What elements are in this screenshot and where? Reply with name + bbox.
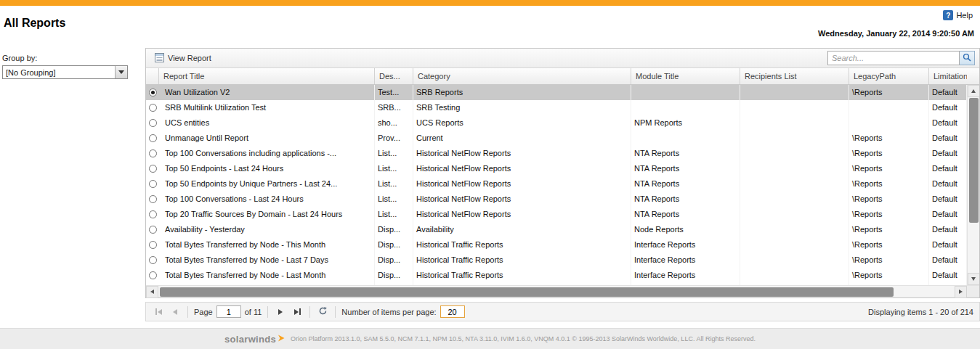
table-row[interactable]: Top 100 Conversations including applicat… [146, 146, 967, 161]
scroll-up-icon[interactable] [968, 85, 980, 97]
scroll-right-icon[interactable] [955, 286, 967, 298]
cell-module-title: Interface Reports [631, 268, 740, 283]
row-radio-button[interactable] [149, 226, 157, 234]
header-description[interactable]: Des... [375, 68, 413, 84]
cell-module-title: NTA Reports [631, 176, 740, 192]
row-radio-button[interactable] [149, 195, 157, 203]
help-icon: ? [943, 10, 953, 20]
cell-report-title: Unmanage Until Report [159, 131, 375, 146]
table-row[interactable]: Top 100 Conversations - Last 24 Hours Li… [146, 192, 967, 207]
header-limitation[interactable]: Limitation [929, 68, 967, 84]
cell-module-title: Interface Reports [631, 237, 740, 252]
horizontal-scrollbar[interactable] [146, 286, 967, 297]
vertical-scrollbar[interactable] [967, 85, 979, 285]
grid-header: Report Title Des... Category Module Titl… [146, 68, 979, 85]
cell-module-title: NTA Reports [631, 192, 740, 207]
grid-body: Wan Utilization V2 Test... SRB Reports \… [146, 85, 979, 285]
cell-legacy-path: \Reports [849, 85, 929, 100]
help-button[interactable]: ? Help [943, 10, 973, 20]
row-radio-button[interactable] [149, 210, 157, 218]
row-radio-button[interactable] [149, 119, 157, 127]
cell-report-title: SRB Multilink Utilization Test [159, 100, 375, 115]
header-recipients-list[interactable]: Recipients List [740, 68, 849, 84]
row-radio-button[interactable] [149, 149, 157, 157]
group-by-select[interactable]: [No Grouping] [2, 65, 128, 79]
row-radio-button[interactable] [149, 256, 157, 264]
pager-next-button[interactable] [274, 305, 287, 319]
cell-limitation: Default [929, 131, 967, 146]
report-table-body: Wan Utilization V2 Test... SRB Reports \… [146, 85, 967, 285]
cell-limitation: Default [929, 176, 967, 192]
table-row[interactable]: SRB Multilink Utilization Test SRB... SR… [146, 100, 967, 115]
cell-recipients-list [740, 146, 849, 161]
table-row[interactable]: Unmanage Until Report Prov... Current \R… [146, 131, 967, 146]
header-filler [967, 68, 979, 84]
cell-category: Historical NetFlow Reports [413, 207, 631, 222]
cell-limitation: Default [929, 85, 967, 100]
cell-legacy-path [849, 115, 929, 131]
horizontal-scrollbar-thumb[interactable] [160, 287, 894, 297]
pager-bar: Page of 11 Number of items per page: Dis… [145, 302, 980, 321]
cell-module-title: NTA Reports [631, 161, 740, 176]
header-legacy-path[interactable]: LegacyPath [849, 68, 929, 84]
pager-separator [335, 306, 336, 318]
dropdown-arrow-icon[interactable] [115, 66, 127, 78]
page-datetime: Wednesday, January 22, 2014 9:20:50 AM [818, 29, 974, 38]
cell-legacy-path: \Reports [849, 237, 929, 252]
solarwinds-logo-mark-icon [277, 334, 286, 344]
cell-module-title [631, 85, 740, 100]
row-radio-button[interactable] [149, 165, 157, 173]
cell-report-title: Top 100 Conversations including applicat… [159, 146, 375, 161]
cell-report-title: Top 50 Endpoints - Last 24 Hours [159, 161, 375, 176]
cell-description: Disp... [375, 268, 413, 283]
header-report-title[interactable]: Report Title [159, 68, 375, 84]
cell-recipients-list [740, 252, 849, 268]
cell-recipients-list [740, 192, 849, 207]
scroll-down-icon[interactable] [968, 273, 980, 285]
row-radio-button[interactable] [149, 134, 157, 142]
page-input[interactable] [216, 305, 241, 318]
table-row[interactable]: Wan Utilization V2 Test... SRB Reports \… [146, 85, 967, 100]
page-label: Page [194, 308, 213, 316]
pager-prev-button[interactable] [169, 305, 182, 319]
scroll-left-icon[interactable] [146, 286, 158, 298]
cell-description: List... [375, 192, 413, 207]
cell-limitation: Default [929, 146, 967, 161]
table-row[interactable]: Total Bytes Transferred by Node - This M… [146, 237, 967, 252]
cell-report-title: Total Bytes Transferred by Node - Last 7… [159, 252, 375, 268]
vertical-scrollbar-thumb[interactable] [969, 98, 979, 223]
table-row[interactable]: Total Bytes Transferred by Node - Last M… [146, 268, 967, 283]
header-category[interactable]: Category [413, 68, 631, 84]
header-radio-column [146, 68, 159, 84]
cell-category: Historical NetFlow Reports [413, 146, 631, 161]
table-row[interactable]: Total Bytes Transferred by Node - Last 7… [146, 252, 967, 268]
cell-category: Historical NetFlow Reports [413, 176, 631, 192]
pager-first-button[interactable] [152, 305, 165, 319]
cell-module-title: NTA Reports [631, 207, 740, 222]
cell-description: Disp... [375, 222, 413, 237]
header-module-title[interactable]: Module Title [631, 68, 740, 84]
table-row[interactable]: Top 50 Endpoints - Last 24 Hours List...… [146, 161, 967, 176]
footer-copyright-text: Orion Platform 2013.1.0, SAM 5.5.0, NCM … [291, 335, 756, 342]
view-report-button[interactable]: View Report [150, 52, 216, 65]
row-radio-button[interactable] [149, 180, 157, 188]
pager-separator [267, 306, 268, 318]
grid-toolbar: View Report [146, 49, 979, 68]
row-radio-button[interactable] [149, 271, 157, 279]
row-radio-button[interactable] [149, 104, 157, 112]
row-radio-button[interactable] [149, 241, 157, 249]
search-input[interactable] [827, 51, 960, 65]
pager-last-button[interactable] [291, 305, 304, 319]
table-row[interactable]: Top 20 Traffic Sources By Domain - Last … [146, 207, 967, 222]
refresh-button[interactable] [316, 305, 329, 319]
cell-recipients-list [740, 100, 849, 115]
table-row[interactable]: Top 50 Endpoints by Unique Partners - La… [146, 176, 967, 192]
cell-category: Historical NetFlow Reports [413, 161, 631, 176]
table-row[interactable]: UCS entities sho... UCS Reports NPM Repo… [146, 115, 967, 131]
row-radio-button[interactable] [149, 89, 157, 97]
table-row[interactable]: Availability - Yesterday Disp... Availab… [146, 222, 967, 237]
cell-module-title: NPM Reports [631, 115, 740, 131]
items-per-page-input[interactable] [440, 305, 465, 318]
view-report-label: View Report [168, 54, 211, 62]
search-button[interactable] [960, 51, 975, 65]
